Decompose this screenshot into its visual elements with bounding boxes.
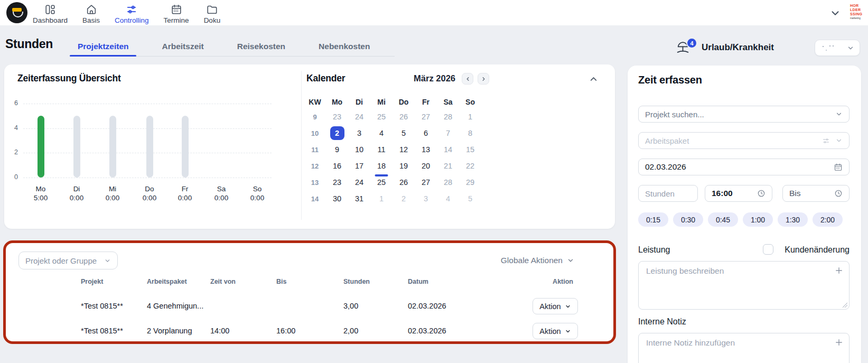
tab-projektzeiten[interactable]: Projektzeiten [70,39,136,56]
clock-icon[interactable] [834,189,843,198]
quick-time-chip[interactable]: 0:30 [673,212,703,227]
calendar-day[interactable]: 13 [415,142,437,158]
calendar-day[interactable]: 24 [348,109,370,125]
calendar-day[interactable]: 9 [326,142,348,158]
calendar-day[interactable]: 28 [437,109,459,125]
project-group-filter-dropdown[interactable]: Projekt oder Gruppe [18,252,118,269]
timesheet-panel: Projekt oder Gruppe Globale Aktionen Pro… [3,240,616,344]
calendar-day[interactable]: 21 [437,158,459,174]
quick-time-chip[interactable]: 2:00 [813,212,843,227]
nav-item-dashboard[interactable]: Dashboard [33,2,68,24]
calendar-day[interactable]: 11 [370,142,393,158]
calendar-day[interactable]: 26 [393,109,415,125]
calendar-day[interactable]: 31 [348,191,370,207]
calendar-day[interactable]: 23 [326,109,348,125]
row-action-button[interactable]: Aktion [533,323,578,339]
calendar-day[interactable]: 4 [370,125,393,142]
calendar-day[interactable]: 27 [415,174,437,191]
user-profile-dropdown[interactable] [815,40,860,56]
calendar-day[interactable]: 27 [415,109,437,125]
nav-item-label: Basis [82,16,100,24]
time-to-input[interactable]: Bis [782,185,850,202]
calendar-day[interactable]: 22 [459,158,481,174]
quick-time-chip[interactable]: 1:30 [778,212,808,227]
tab-arbeitszeit[interactable]: Arbeitszeit [154,39,211,56]
chart-x-label: Di [61,185,92,193]
vacation-sickness-label[interactable]: Urlaub/Krankheit [702,42,774,53]
calendar-day[interactable]: 2 [393,191,415,207]
company-logo: HORLDERSSINGmarketing [850,4,868,20]
global-actions-dropdown[interactable]: Globale Aktionen [501,256,574,265]
calendar-day[interactable]: 8 [459,125,481,142]
nav-collapse-chevron-down-icon[interactable] [829,7,841,19]
calendar-day[interactable]: 19 [393,158,415,174]
tab-reisekosten[interactable]: Reisekosten [229,39,293,56]
calendar-day[interactable]: 3 [415,191,437,207]
work-package-select[interactable]: Arbeitspaket [638,132,850,149]
calendar-day[interactable]: 15 [459,142,481,158]
calendar-day[interactable]: 28 [437,174,459,191]
hours-input[interactable]: Stunden [638,185,698,202]
calendar-day[interactable]: 2 [326,125,348,142]
project-search-select[interactable]: Projekt suchen... [638,106,850,123]
calendar-prev-button[interactable] [462,73,473,85]
nav-item-label: Dashboard [33,16,68,24]
calendar-day[interactable]: 30 [326,191,348,207]
calendar-day[interactable]: 1 [370,191,393,207]
quick-time-chip[interactable]: 0:15 [638,212,668,227]
calendar-day-header: So [459,95,481,109]
calendar-day[interactable]: 24 [348,174,370,191]
calendar-day[interactable]: 1 [459,109,481,125]
calendar-title: Kalender [306,73,345,84]
nav-item-termine[interactable]: Termine [164,2,189,24]
calendar-day[interactable]: 26 [393,174,415,191]
home-icon [86,4,97,15]
calendar-day[interactable]: 4 [437,191,459,207]
calendar-week-number: 9 [304,109,326,125]
calendar-day[interactable]: 14 [437,142,459,158]
add-note-plus-icon[interactable] [834,338,844,347]
table-cell-stunden: 2,00 [343,322,358,339]
calendar-day[interactable]: 25 [370,109,393,125]
chart-value-label: 0:00 [241,194,273,202]
nav-item-basis[interactable]: Basis [82,2,100,24]
nav-item-controlling[interactable]: Controlling [115,2,149,24]
quick-time-chip[interactable]: 0:45 [708,212,738,227]
calendar-day[interactable]: 17 [348,158,370,174]
row-action-button[interactable]: Aktion [533,298,578,314]
nav-item-doku[interactable]: Doku [204,2,221,24]
add-service-plus-icon[interactable] [834,266,844,275]
time-from-input[interactable]: 16:00 [705,185,772,202]
calendar-icon[interactable] [834,163,843,172]
calendar-day[interactable]: 7 [437,125,459,142]
quick-time-chip[interactable]: 1:00 [743,212,773,227]
calendar-day[interactable]: 18 [370,158,393,174]
service-description-textarea[interactable]: Leistung beschreiben [638,261,850,310]
calendar-day[interactable]: 12 [393,142,415,158]
clock-icon[interactable] [757,189,766,198]
calendar-day[interactable]: 6 [415,125,437,142]
internal-note-label: Interne Notiz [638,317,686,327]
calendar-week-row: 102345678 [304,125,481,142]
calendar-day[interactable]: 25 [370,174,393,191]
customer-change-checkbox[interactable] [763,244,773,255]
calendar-day[interactable]: 16 [326,158,348,174]
calendar-day[interactable]: 29 [459,174,481,191]
calendar-week-row: 92324252627281 [304,109,481,125]
calendar-day[interactable]: 23 [326,174,348,191]
resize-handle[interactable] [843,303,847,308]
calendar-day[interactable]: 20 [415,158,437,174]
collapse-card-chevron-up-icon[interactable] [589,74,599,84]
table-column-header: Projekt [81,278,103,285]
app-logo[interactable] [6,2,27,23]
calendar-day[interactable]: 5 [459,191,481,207]
calendar-day[interactable]: 3 [348,125,370,142]
calendar-day[interactable]: 5 [393,125,415,142]
main-nav-items: DashboardBasisControllingTermineDoku [33,2,220,24]
table-column-header: Stunden [343,278,370,285]
calendar-day[interactable]: 10 [348,142,370,158]
tab-nebenkosten[interactable]: Nebenkosten [311,39,378,56]
date-input[interactable]: 02.03.2026 [638,159,850,175]
calendar-next-button[interactable] [478,73,489,85]
internal-note-textarea[interactable]: Interne Notiz hinzufügen [638,333,850,363]
